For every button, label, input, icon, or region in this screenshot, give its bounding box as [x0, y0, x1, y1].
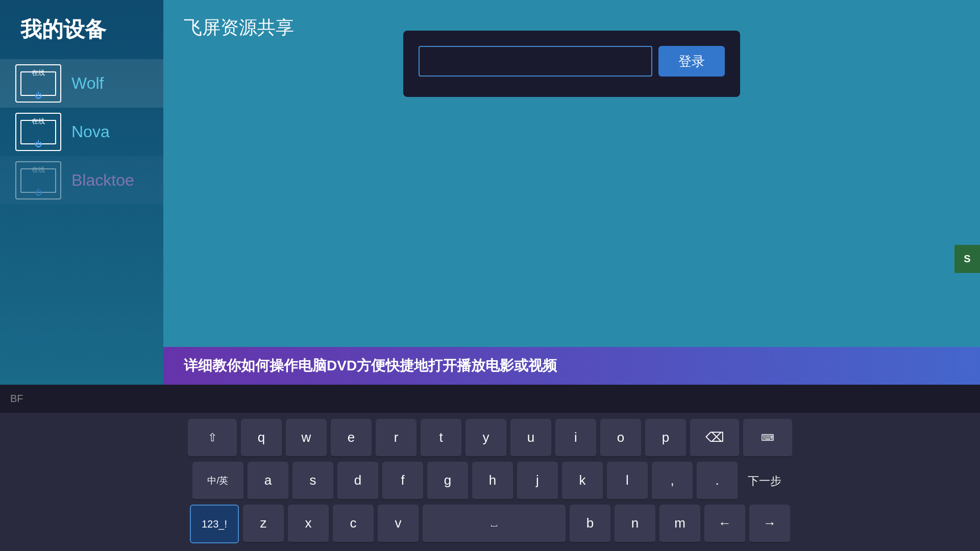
device-icon-nova: 在线 ⏻ [15, 113, 61, 151]
online-label-wolf: 在线 [32, 68, 45, 78]
power-icon-blacktoe: ⏻ [35, 188, 42, 196]
power-icon-nova: ⏻ [35, 140, 42, 148]
key-x[interactable]: x [288, 505, 329, 543]
login-button[interactable]: 登录 [658, 46, 725, 77]
key-comma[interactable]: , [652, 462, 693, 500]
key-s[interactable]: s [292, 462, 333, 500]
key-y[interactable]: y [465, 419, 506, 458]
login-dialog: 登录 [403, 31, 740, 97]
device-icon-wolf: 在线 ⏻ [15, 64, 61, 103]
keyboard-row-1: ⇧ q w e r t y u i o p ⌫ ⌨ [10, 419, 970, 458]
key-w[interactable]: w [286, 419, 327, 458]
device-item-nova[interactable]: 在线 ⏻ Nova [0, 108, 163, 156]
key-t[interactable]: t [421, 419, 461, 458]
backspace-key[interactable]: ⌫ [690, 419, 739, 458]
device-item-wolf[interactable]: 在线 ⏻ Wolf [0, 59, 163, 108]
banner: 详细教你如何操作电脑DVD方便快捷地打开播放电影或视频 [163, 347, 980, 385]
device-name-wolf: Wolf [71, 74, 104, 93]
key-c[interactable]: c [333, 505, 374, 543]
key-z[interactable]: z [243, 505, 284, 543]
login-input[interactable] [419, 46, 652, 77]
key-b[interactable]: b [570, 505, 610, 543]
sidebar: 我的设备 在线 ⏻ Wolf 在线 ⏻ Nova 在线 ⏻ [0, 0, 163, 385]
key-p[interactable]: p [645, 419, 686, 458]
sidebar-title: 我的设备 [0, 10, 163, 59]
device-item-blacktoe[interactable]: 在线 ⏻ Blacktoe [0, 156, 163, 205]
lang-switch-key[interactable]: 中/英 [192, 462, 243, 500]
key-g[interactable]: g [427, 462, 468, 500]
key-period[interactable]: . [697, 462, 738, 500]
shift-key[interactable]: ⇧ [188, 419, 237, 458]
key-left-arrow[interactable]: ← [704, 505, 745, 543]
space-key[interactable]: ⎵ [423, 505, 566, 543]
keyboard: ⇧ q w e r t y u i o p ⌫ ⌨ 中/英 a s d f g … [0, 413, 980, 551]
keyboard-row-3: 123_! z x c v ⎵ b n m ← → [10, 505, 970, 543]
main-content: 飞屏资源共享 登录 详细教你如何操作电脑DVD方便快捷地打开播放电影或视频 [163, 0, 980, 385]
next-step-label: 下一步 [742, 462, 788, 500]
video-strip: BF [0, 385, 980, 413]
key-o[interactable]: o [600, 419, 641, 458]
key-n[interactable]: n [615, 505, 655, 543]
key-q[interactable]: q [241, 419, 282, 458]
key-j[interactable]: j [517, 462, 558, 500]
key-a[interactable]: a [248, 462, 288, 500]
key-f[interactable]: f [382, 462, 423, 500]
key-e[interactable]: e [331, 419, 372, 458]
key-i[interactable]: i [555, 419, 596, 458]
numbers-key[interactable]: 123_! [190, 505, 239, 543]
login-row: 登录 [419, 46, 725, 77]
key-right-arrow[interactable]: → [749, 505, 790, 543]
device-icon-blacktoe: 在线 ⏻ [15, 161, 61, 199]
keyboard-row-2: 中/英 a s d f g h j k l , . 下一步 [10, 462, 970, 500]
corner-badge: S [954, 245, 980, 273]
key-r[interactable]: r [376, 419, 416, 458]
key-m[interactable]: m [659, 505, 700, 543]
key-d[interactable]: d [337, 462, 378, 500]
key-u[interactable]: u [510, 419, 551, 458]
key-l[interactable]: l [607, 462, 648, 500]
key-k[interactable]: k [562, 462, 603, 500]
device-name-blacktoe: Blacktoe [71, 171, 134, 190]
power-icon-wolf: ⏻ [35, 91, 42, 99]
keyboard-hide-key[interactable]: ⌨ [743, 419, 792, 458]
key-v[interactable]: v [378, 505, 419, 543]
key-h[interactable]: h [472, 462, 513, 500]
online-label-nova: 在线 [32, 117, 45, 126]
online-label-blacktoe: 在线 [32, 165, 45, 174]
device-name-nova: Nova [71, 122, 110, 141]
